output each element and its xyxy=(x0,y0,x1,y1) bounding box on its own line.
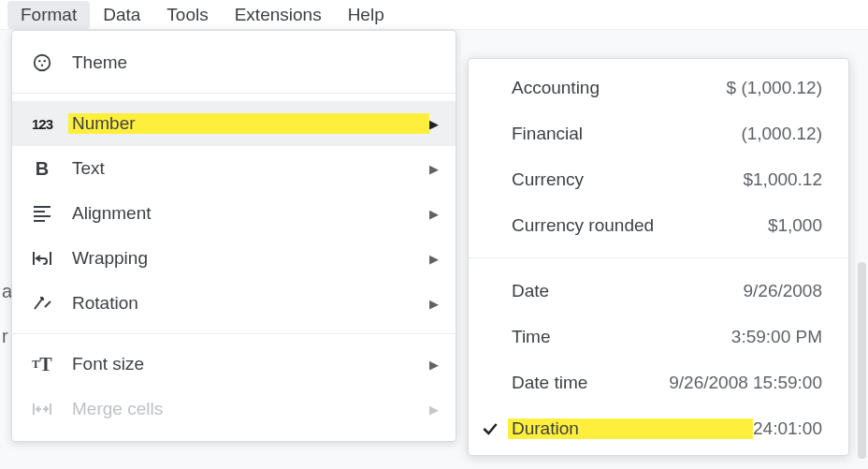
option-example: (1,000.12) xyxy=(741,124,822,144)
number-format-option[interactable]: Duration24:01:00 xyxy=(469,405,848,451)
menubar-data[interactable]: Data xyxy=(90,1,153,29)
submenu-arrow-icon: ▶ xyxy=(429,252,439,266)
menu-font-size[interactable]: TT Font size ▶ xyxy=(12,342,456,387)
font-size-icon: TT xyxy=(31,353,53,375)
number-format-option[interactable]: Currency rounded$1,000 xyxy=(469,202,848,248)
number-submenu: Accounting$ (1,000.12)Financial(1,000.12… xyxy=(468,58,849,456)
submenu-arrow-icon: ▶ xyxy=(429,162,439,176)
wrapping-icon xyxy=(31,247,53,270)
menu-text[interactable]: B Text ▶ xyxy=(12,146,456,191)
option-example: 3:59:00 PM xyxy=(731,327,822,347)
menubar-extensions[interactable]: Extensions xyxy=(222,1,335,29)
menu-label: Wrapping xyxy=(72,248,429,269)
menu-theme[interactable]: Theme xyxy=(12,40,456,85)
menu-label: Font size xyxy=(72,354,429,374)
submenu-arrow-icon: ▶ xyxy=(429,297,439,311)
menubar-help[interactable]: Help xyxy=(335,1,398,29)
option-label: Date time xyxy=(512,373,669,393)
menu-label: Theme xyxy=(72,52,439,73)
option-label: Date xyxy=(512,281,743,301)
option-example: $ (1,000.12) xyxy=(727,78,822,98)
svg-point-0 xyxy=(35,55,51,71)
option-example: 9/26/2008 xyxy=(743,281,822,301)
check-icon xyxy=(480,418,500,439)
option-example: $1,000.12 xyxy=(743,169,822,190)
menu-label: Number xyxy=(68,113,429,134)
number-format-option[interactable]: Accounting$ (1,000.12) xyxy=(469,65,848,110)
bold-icon: B xyxy=(31,157,53,180)
menu-label: Merge cells xyxy=(72,399,429,419)
menu-merge-cells: Merge cells ▶ xyxy=(12,387,456,432)
submenu-arrow-icon: ▶ xyxy=(429,117,439,131)
menu-separator xyxy=(12,93,456,94)
option-example: $1,000 xyxy=(768,215,822,236)
format-menu: Theme 123 Number ▶ B Text ▶ Alignment ▶ xyxy=(11,30,456,442)
menu-label: Text xyxy=(72,158,429,179)
submenu-arrow-icon: ▶ xyxy=(429,403,439,417)
option-example: 24:01:00 xyxy=(753,418,822,439)
submenu-separator xyxy=(469,257,848,258)
number-format-option[interactable]: Financial(1,000.12) xyxy=(469,110,848,156)
theme-icon xyxy=(31,51,53,74)
submenu-arrow-icon: ▶ xyxy=(429,358,439,372)
menu-rotation[interactable]: Rotation ▶ xyxy=(12,281,456,326)
number-format-option[interactable]: Date9/26/2008 xyxy=(469,268,848,314)
rotation-icon xyxy=(31,292,53,315)
svg-point-3 xyxy=(41,65,43,66)
menu-alignment[interactable]: Alignment ▶ xyxy=(12,191,456,236)
merge-cells-icon xyxy=(31,398,53,420)
number-format-option[interactable]: Date time9/26/2008 15:59:00 xyxy=(469,359,848,405)
menubar-format[interactable]: Format xyxy=(7,1,90,29)
menu-label: Alignment xyxy=(72,203,429,224)
scrollbar[interactable] xyxy=(858,262,866,459)
number-icon: 123 xyxy=(31,112,53,135)
number-format-option[interactable]: Currency$1,000.12 xyxy=(469,156,848,202)
submenu-arrow-icon: ▶ xyxy=(429,207,439,221)
menu-label: Rotation xyxy=(72,293,429,314)
menu-wrapping[interactable]: Wrapping ▶ xyxy=(12,236,456,281)
option-label: Currency rounded xyxy=(512,215,768,236)
menu-separator xyxy=(12,333,456,334)
menubar: Format Data Tools Extensions Help xyxy=(0,0,868,30)
svg-point-2 xyxy=(44,60,46,62)
number-format-option[interactable]: Time3:59:00 PM xyxy=(469,314,848,359)
option-label: Duration xyxy=(508,418,753,439)
option-label: Currency xyxy=(512,169,743,190)
option-label: Accounting xyxy=(512,78,727,98)
menubar-tools[interactable]: Tools xyxy=(153,1,221,29)
option-example: 9/26/2008 15:59:00 xyxy=(669,373,822,393)
option-label: Financial xyxy=(512,124,741,144)
svg-point-1 xyxy=(38,60,40,62)
option-label: Time xyxy=(512,327,731,347)
align-icon xyxy=(31,202,53,225)
menu-number[interactable]: 123 Number ▶ xyxy=(12,101,456,146)
